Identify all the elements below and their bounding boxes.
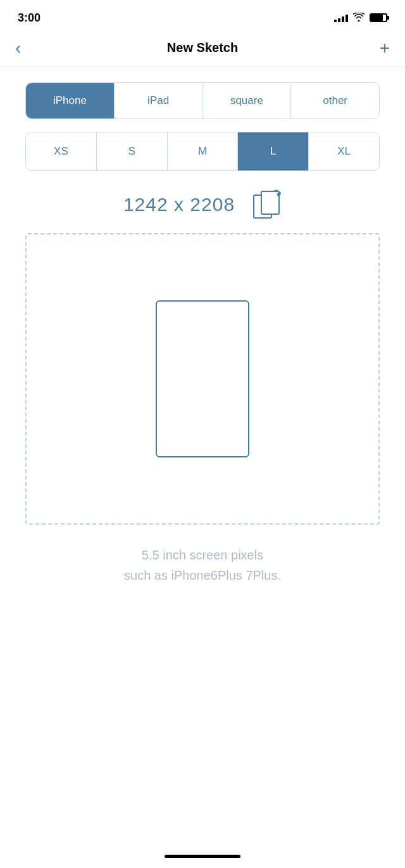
page-title: New Sketch bbox=[167, 41, 238, 55]
status-icons bbox=[334, 13, 387, 23]
size-xl[interactable]: XL bbox=[308, 132, 379, 170]
battery-icon bbox=[370, 13, 387, 22]
description-text: 5.5 inch screen pixels such as iPhone6Pl… bbox=[25, 545, 380, 585]
dimensions-row: 1242 x 2208 bbox=[25, 189, 380, 220]
size-s[interactable]: S bbox=[96, 132, 167, 170]
size-l[interactable]: L bbox=[237, 132, 308, 170]
size-selector: XS S M L XL bbox=[25, 132, 380, 171]
device-type-iphone[interactable]: iPhone bbox=[26, 83, 114, 118]
device-type-square[interactable]: square bbox=[202, 83, 291, 118]
signal-icon bbox=[334, 13, 348, 22]
nav-bar: ‹ New Sketch + bbox=[0, 32, 405, 67]
device-type-other[interactable]: other bbox=[290, 83, 379, 118]
back-button[interactable]: ‹ bbox=[15, 38, 40, 58]
status-bar: 3:00 bbox=[0, 0, 405, 32]
main-content: iPhone iPad square other XS S M L XL 124… bbox=[0, 67, 405, 601]
description-line1: 5.5 inch screen pixels bbox=[25, 545, 380, 565]
phone-preview-shape bbox=[156, 300, 249, 457]
add-button[interactable]: + bbox=[364, 38, 390, 58]
status-time: 3:00 bbox=[18, 11, 40, 25]
canvas-preview bbox=[25, 233, 380, 525]
size-m[interactable]: M bbox=[167, 132, 238, 170]
device-type-ipad[interactable]: iPad bbox=[114, 83, 202, 118]
description-line2: such as iPhone6Plus 7Plus. bbox=[25, 565, 380, 585]
dimensions-display: 1242 x 2208 bbox=[123, 194, 235, 215]
device-type-selector: iPhone iPad square other bbox=[25, 82, 380, 119]
wifi-icon bbox=[353, 13, 364, 23]
svg-rect-1 bbox=[261, 191, 279, 214]
home-indicator bbox=[165, 855, 240, 858]
size-xs[interactable]: XS bbox=[26, 132, 96, 170]
rotate-button[interactable] bbox=[250, 189, 282, 220]
